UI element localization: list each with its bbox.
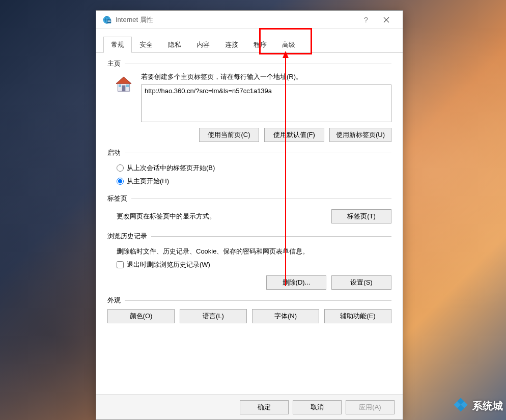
tab-programs[interactable]: 程序: [246, 37, 274, 53]
close-icon: [383, 17, 389, 23]
startup-last-label: 从上次会话中的标签页开始(B): [127, 163, 215, 173]
use-default-button[interactable]: 使用默认值(F): [264, 128, 324, 142]
startup-group: 启动 从上次会话中的标签页开始(B) 从主页开始(H): [107, 148, 391, 188]
tabs-group: 标签页 更改网页在标签页中的显示方式。 标签页(T): [107, 194, 391, 226]
svg-rect-3: [108, 21, 111, 22]
delete-on-exit-checkbox[interactable]: 退出时删除浏览历史记录(W): [107, 258, 391, 271]
tab-connections[interactable]: 连接: [217, 37, 246, 53]
watermark: 系统城: [452, 396, 503, 416]
fonts-button[interactable]: 字体(N): [252, 309, 319, 323]
tab-content[interactable]: 内容: [189, 37, 217, 53]
apply-button[interactable]: 应用(A): [346, 400, 395, 414]
tab-advanced[interactable]: 高级: [274, 37, 303, 53]
tab-content-area: 主页 若要创建多个主页标签页，请在每行输入一个地址(R)。: [96, 53, 403, 335]
homepage-group: 主页 若要创建多个主页标签页，请在每行输入一个地址(R)。: [107, 59, 391, 142]
startup-home-label: 从主页开始(H): [127, 177, 169, 186]
tabs-hint: 更改网页在标签页中的显示方式。: [117, 212, 331, 221]
history-settings-button[interactable]: 设置(S): [331, 275, 391, 290]
tabs-group-label: 标签页: [107, 194, 127, 203]
history-hint: 删除临时文件、历史记录、Cookie、保存的密码和网页表单信息。: [107, 245, 391, 258]
cancel-button[interactable]: 取消: [293, 400, 342, 414]
titlebar-title: Internet 属性: [116, 15, 153, 24]
watermark-icon: [452, 396, 469, 416]
appearance-group: 外观 颜色(O) 语言(L) 字体(N) 辅助功能(E): [107, 296, 391, 323]
svg-rect-2: [108, 20, 111, 21]
tab-privacy[interactable]: 隐私: [160, 37, 189, 53]
internet-properties-dialog: Internet 属性 ? 常规 安全 隐私 内容 连接 程序 高级 主页: [96, 10, 403, 420]
help-button[interactable]: ?: [356, 11, 376, 29]
accessibility-button[interactable]: 辅助功能(E): [324, 309, 391, 323]
ok-button[interactable]: 确定: [240, 400, 289, 414]
home-icon: [111, 72, 136, 97]
appearance-label: 外观: [107, 296, 121, 305]
svg-marker-5: [116, 77, 131, 83]
history-group: 浏览历史记录 删除临时文件、历史记录、Cookie、保存的密码和网页表单信息。 …: [107, 232, 391, 290]
svg-rect-6: [122, 86, 126, 92]
titlebar: Internet 属性 ?: [96, 11, 403, 29]
language-button[interactable]: 语言(L): [180, 309, 247, 323]
delete-history-button[interactable]: 删除(D)...: [266, 275, 326, 290]
homepage-label: 主页: [107, 59, 121, 68]
internet-options-icon: [102, 15, 111, 24]
dialog-footer: 确定 取消 应用(A): [96, 394, 403, 419]
startup-label: 启动: [107, 148, 121, 157]
startup-last-session-radio[interactable]: 从上次会话中的标签页开始(B): [107, 161, 391, 175]
tab-strip: 常规 安全 隐私 内容 连接 程序 高级: [96, 29, 403, 53]
watermark-text: 系统城: [472, 399, 503, 413]
use-current-button[interactable]: 使用当前页(C): [199, 128, 259, 142]
tab-security[interactable]: 安全: [132, 37, 160, 53]
history-label: 浏览历史记录: [107, 232, 147, 241]
use-newtab-button[interactable]: 使用新标签页(U): [329, 128, 391, 142]
svg-rect-8: [126, 85, 129, 87]
homepage-input[interactable]: [141, 85, 391, 122]
delete-on-exit-label: 退出时删除浏览历史记录(W): [127, 260, 210, 269]
homepage-hint: 若要创建多个主页标签页，请在每行输入一个地址(R)。: [141, 72, 391, 81]
svg-rect-7: [119, 85, 121, 87]
tabs-settings-button[interactable]: 标签页(T): [331, 209, 391, 223]
colors-button[interactable]: 颜色(O): [107, 309, 175, 323]
tab-general[interactable]: 常规: [103, 37, 132, 53]
startup-home-radio[interactable]: 从主页开始(H): [107, 175, 391, 188]
close-button[interactable]: [376, 11, 397, 29]
